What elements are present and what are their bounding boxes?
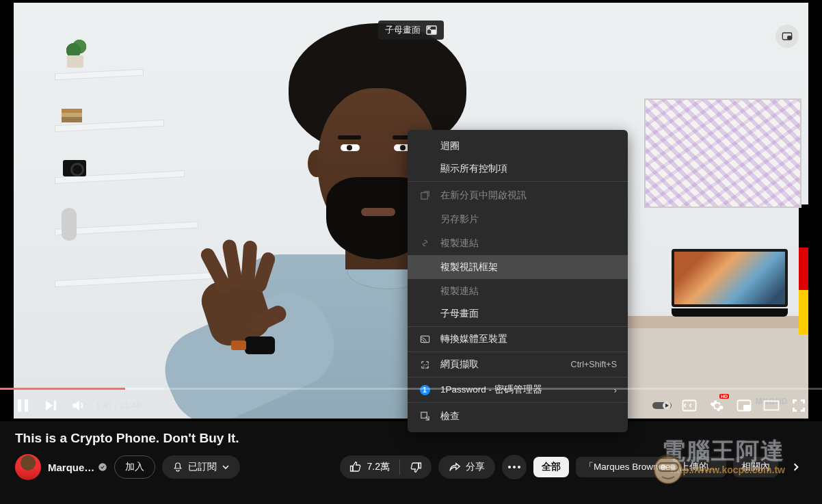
chip-all[interactable]: 全部 xyxy=(533,457,569,477)
chevron-down-icon xyxy=(222,463,230,471)
share-button[interactable]: 分享 xyxy=(438,455,495,479)
svg-rect-15 xyxy=(765,401,779,410)
ctx-show-all-controls[interactable]: 顯示所有控制項 xyxy=(408,158,628,182)
more-horizontal-icon xyxy=(508,466,520,468)
video-player: MKBHD 子母畫面 迴圈 顯示所有控制項 在新分頁中開啟視訊 另存影片 複製連… xyxy=(0,0,822,421)
ctx-copy-link: 複製連結 xyxy=(408,231,628,255)
svg-rect-8 xyxy=(18,399,21,412)
thumbs-down-icon xyxy=(410,461,422,473)
like-dislike-segment: 7.2萬 xyxy=(340,455,431,479)
ctx-copy-link-2: 複製連結 xyxy=(408,279,628,303)
svg-point-16 xyxy=(99,463,107,471)
channel-name[interactable]: Marque… xyxy=(48,462,94,473)
svg-rect-9 xyxy=(25,399,28,412)
pause-button[interactable] xyxy=(10,392,37,419)
miniplayer-button[interactable] xyxy=(730,392,758,419)
time-display: 1:47 / 11:48 xyxy=(96,401,141,410)
pip-badge-label: 子母畫面 xyxy=(385,24,421,36)
ambient-mode-icon[interactable] xyxy=(775,25,799,48)
chip-next-button[interactable] xyxy=(785,456,807,478)
settings-button[interactable]: HD xyxy=(703,392,730,419)
subscribed-button[interactable]: 已訂閱 xyxy=(162,455,240,479)
thumbs-up-icon xyxy=(349,461,362,473)
chip-related[interactable]: 相關內 xyxy=(733,457,778,477)
svg-point-17 xyxy=(508,466,511,468)
ctx-loop[interactable]: 迴圈 xyxy=(408,134,628,158)
cast-icon xyxy=(419,334,431,345)
context-menu: 迴圈 顯示所有控制項 在新分頁中開啟視訊 另存影片 複製連結 複製視訊框架 複製… xyxy=(408,130,628,432)
video-title: This is a Crypto Phone. Don't Buy It. xyxy=(15,431,807,446)
more-actions-button[interactable] xyxy=(502,455,527,479)
share-icon xyxy=(449,462,461,473)
like-button[interactable]: 7.2萬 xyxy=(340,455,399,479)
autoplay-toggle[interactable] xyxy=(648,392,676,419)
ctx-pip[interactable]: 子母畫面 xyxy=(408,303,628,327)
next-button[interactable] xyxy=(37,392,64,419)
svg-rect-3 xyxy=(788,36,791,39)
hd-badge: HD xyxy=(719,394,729,399)
ctx-cast[interactable]: 轉換媒體至裝置 xyxy=(408,328,628,352)
player-controls: 1:47 / 11:48 HD xyxy=(0,390,822,421)
pip-popout-icon xyxy=(426,25,437,35)
ctx-copy-video-frame[interactable]: 複製視訊框架 xyxy=(408,255,628,279)
link-icon xyxy=(419,238,431,248)
ctx-shortcut: Ctrl+Shift+S xyxy=(571,360,617,369)
svg-point-19 xyxy=(518,466,520,468)
svg-point-18 xyxy=(513,466,516,468)
verified-icon xyxy=(98,462,107,472)
chip-row: 全部 「Marques Brownlee」上傳的… 相關內 xyxy=(533,457,778,477)
ctx-web-capture[interactable]: 網頁擷取Ctrl+Shift+S xyxy=(408,354,628,377)
fullscreen-button[interactable] xyxy=(785,392,812,419)
ctx-open-video-new-tab: 在新分頁中開啟視訊 xyxy=(408,183,628,207)
bell-icon xyxy=(172,462,183,473)
theater-button[interactable] xyxy=(758,392,785,419)
captions-button[interactable] xyxy=(676,392,703,419)
chevron-right-icon xyxy=(791,462,801,472)
open-new-tab-icon xyxy=(419,190,431,200)
svg-rect-6 xyxy=(423,364,428,368)
join-button[interactable]: 加入 xyxy=(114,455,155,479)
channel-avatar[interactable] xyxy=(15,454,41,480)
ctx-save-video: 另存影片 xyxy=(408,207,628,231)
svg-rect-4 xyxy=(421,193,427,199)
dislike-button[interactable] xyxy=(400,455,432,479)
capture-icon xyxy=(419,360,431,370)
volume-button[interactable] xyxy=(64,392,92,419)
svg-rect-1 xyxy=(432,30,436,34)
pip-badge[interactable]: 子母畫面 xyxy=(378,21,444,40)
chip-uploaded-by[interactable]: 「Marques Brownlee」上傳的… xyxy=(576,457,726,477)
svg-rect-14 xyxy=(744,406,750,410)
metadata-row: Marque… 加入 已訂閱 7.2萬 分享 xyxy=(15,454,807,480)
